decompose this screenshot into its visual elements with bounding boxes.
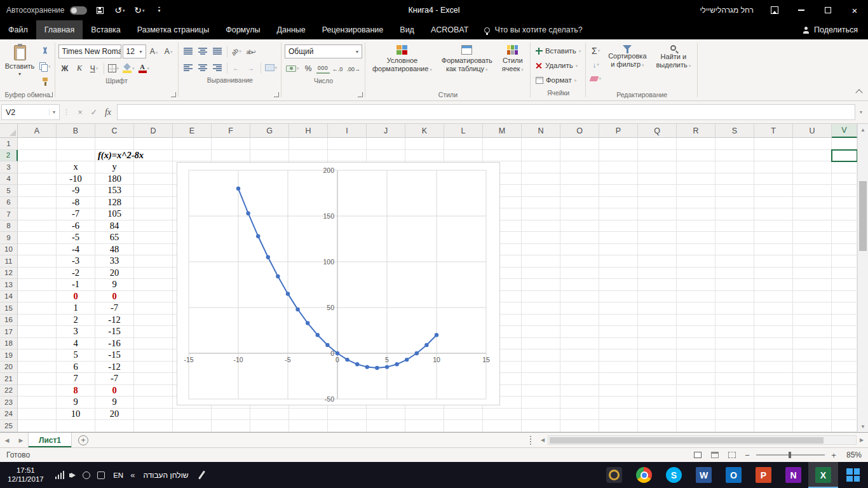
cell-N25[interactable] [522,420,560,432]
cell-H1[interactable] [289,138,328,150]
row-header-24[interactable]: 24 [0,409,18,421]
cell-N7[interactable] [522,208,560,220]
cell-V23[interactable] [832,396,857,409]
cell-U16[interactable] [793,315,832,327]
page-layout-view-button[interactable] [709,450,721,461]
cell-C6[interactable]: 128 [95,197,134,209]
cell-D18[interactable] [134,338,173,350]
ribbon-display-options-button[interactable] [761,0,788,20]
comma-style-button[interactable]: 000 [316,63,330,74]
cell-F1[interactable] [212,138,250,150]
cell-V22[interactable] [832,385,857,397]
cell-P25[interactable] [599,420,638,432]
cell-Q19[interactable] [638,349,677,362]
horizontal-scrollbar[interactable]: ◀ ▶ [536,433,868,447]
cell-P2[interactable] [599,150,638,162]
cell-P24[interactable] [599,409,638,421]
cell-R23[interactable] [677,396,715,409]
cell-U22[interactable] [793,385,832,397]
cell-C12[interactable]: 20 [95,268,134,280]
cell-C5[interactable]: 153 [95,185,134,197]
cell-O5[interactable] [560,185,599,197]
format-painter-button[interactable] [38,75,52,88]
cell-P8[interactable] [599,220,638,233]
cell-D7[interactable] [134,208,173,220]
cell-R4[interactable] [677,173,715,186]
column-header-S[interactable]: S [715,124,754,138]
cell-P21[interactable] [599,373,638,385]
insert-function-button[interactable]: fx [101,104,115,120]
cell-T24[interactable] [754,409,793,421]
tab-data[interactable]: Данные [269,20,314,39]
decrease-indent-button[interactable] [230,61,243,74]
cell-T15[interactable] [754,302,793,315]
cell-Q9[interactable] [638,232,677,244]
cell-C17[interactable]: -15 [95,326,134,338]
tab-acrobat[interactable]: ACROBAT [423,20,477,39]
sheet-nav-right-icon[interactable]: ▶ [14,433,28,447]
row-header-9[interactable]: 9 [0,232,18,244]
skype-taskbar-button[interactable]: S [659,462,689,488]
cell-O17[interactable] [560,326,599,338]
cell-Q6[interactable] [638,197,677,209]
scroll-down-icon[interactable]: ▼ [858,421,868,432]
close-button[interactable]: × [841,0,868,20]
cell-A5[interactable] [18,185,57,197]
cell-B11[interactable]: -3 [57,255,95,268]
cell-P22[interactable] [599,385,638,397]
cell-D24[interactable] [134,409,173,421]
cell-P19[interactable] [599,349,638,362]
cell-D1[interactable] [134,138,173,150]
tray-icon-1[interactable] [83,471,90,479]
cell-N1[interactable] [522,138,560,150]
zoom-slider[interactable] [756,454,825,456]
cell-T10[interactable] [754,244,793,256]
cell-R17[interactable] [677,326,715,338]
start-button[interactable] [838,462,868,488]
fill-color-button[interactable]: ▾ [121,62,136,75]
row-header-7[interactable]: 7 [0,208,18,220]
cell-N2[interactable] [522,150,560,162]
row-header-20[interactable]: 20 [0,362,18,374]
excel-taskbar-button[interactable]: X [808,462,838,488]
tell-me-box[interactable]: Что вы хотите сделать? [477,20,590,39]
cell-T21[interactable] [754,373,793,385]
orientation-button[interactable]: ▾ [230,44,243,58]
cell-U25[interactable] [793,420,832,432]
redo-button[interactable]: ↻▾ [132,2,146,18]
column-header-F[interactable]: F [212,124,250,138]
cell-R5[interactable] [677,185,715,197]
cell-T17[interactable] [754,326,793,338]
cell-O10[interactable] [560,244,599,256]
cell-L25[interactable] [444,420,483,432]
cell-S7[interactable] [715,208,754,220]
cell-R7[interactable] [677,208,715,220]
cell-B16[interactable]: 2 [57,315,95,327]
chart-object[interactable]: -15-10-5051015-50050100150200 [177,162,500,405]
cell-Q15[interactable] [638,302,677,315]
cell-U1[interactable] [793,138,832,150]
column-header-E[interactable]: E [173,124,212,138]
cell-S14[interactable] [715,291,754,303]
cell-R1[interactable] [677,138,715,150]
cell-V21[interactable] [832,373,857,385]
cell-O21[interactable] [560,373,599,385]
cell-R24[interactable] [677,409,715,421]
cell-V12[interactable] [832,268,857,280]
cell-T23[interactable] [754,396,793,409]
cell-U6[interactable] [793,197,832,209]
cell-D13[interactable] [134,279,173,291]
fill-button[interactable]: ▾ [589,58,602,71]
row-header-13[interactable]: 13 [0,279,18,291]
cell-S18[interactable] [715,338,754,350]
number-dialog-launcher[interactable] [358,92,363,97]
tab-insert[interactable]: Вставка [83,20,128,39]
tab-review[interactable]: Рецензирование [314,20,392,39]
cell-S13[interactable] [715,279,754,291]
tab-formulas[interactable]: Формулы [217,20,268,39]
save-button[interactable] [93,2,107,18]
cell-Q3[interactable] [638,161,677,173]
merge-center-button[interactable]: ▾ [264,61,279,74]
cell-C14[interactable]: 0 [95,291,134,303]
cell-R2[interactable] [677,150,715,162]
